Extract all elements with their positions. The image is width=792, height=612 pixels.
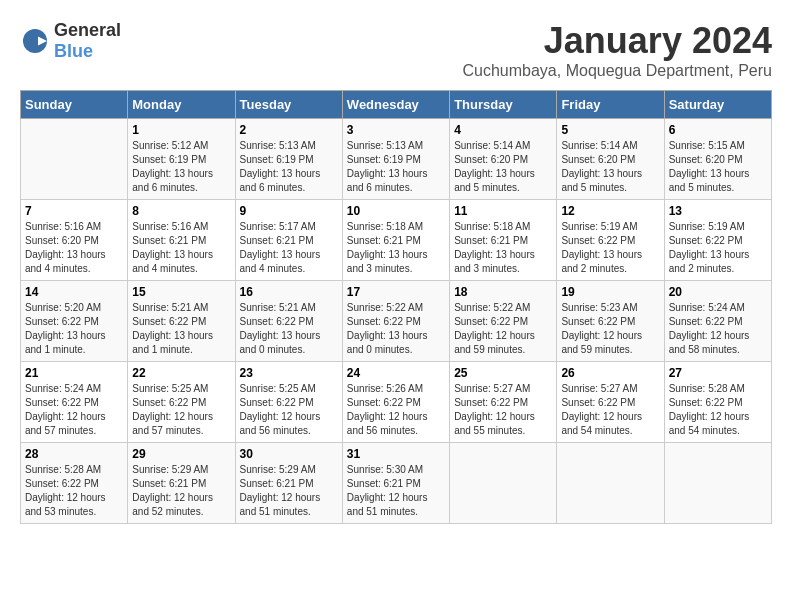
- day-info: Sunrise: 5:16 AMSunset: 6:20 PMDaylight:…: [25, 221, 106, 274]
- day-number: 21: [25, 366, 123, 380]
- day-info: Sunrise: 5:24 AMSunset: 6:22 PMDaylight:…: [669, 302, 750, 355]
- day-number: 23: [240, 366, 338, 380]
- day-header-tuesday: Tuesday: [235, 91, 342, 119]
- day-cell: 17 Sunrise: 5:22 AMSunset: 6:22 PMDaylig…: [342, 281, 449, 362]
- day-number: 15: [132, 285, 230, 299]
- day-info: Sunrise: 5:13 AMSunset: 6:19 PMDaylight:…: [240, 140, 321, 193]
- day-cell: [21, 119, 128, 200]
- week-row-3: 14 Sunrise: 5:20 AMSunset: 6:22 PMDaylig…: [21, 281, 772, 362]
- day-number: 19: [561, 285, 659, 299]
- day-number: 13: [669, 204, 767, 218]
- day-number: 9: [240, 204, 338, 218]
- day-cell: 13 Sunrise: 5:19 AMSunset: 6:22 PMDaylig…: [664, 200, 771, 281]
- day-info: Sunrise: 5:16 AMSunset: 6:21 PMDaylight:…: [132, 221, 213, 274]
- logo-icon: [20, 26, 50, 56]
- week-row-4: 21 Sunrise: 5:24 AMSunset: 6:22 PMDaylig…: [21, 362, 772, 443]
- day-number: 30: [240, 447, 338, 461]
- week-row-2: 7 Sunrise: 5:16 AMSunset: 6:20 PMDayligh…: [21, 200, 772, 281]
- day-number: 8: [132, 204, 230, 218]
- day-cell: 24 Sunrise: 5:26 AMSunset: 6:22 PMDaylig…: [342, 362, 449, 443]
- day-info: Sunrise: 5:15 AMSunset: 6:20 PMDaylight:…: [669, 140, 750, 193]
- day-number: 27: [669, 366, 767, 380]
- day-number: 16: [240, 285, 338, 299]
- day-info: Sunrise: 5:21 AMSunset: 6:22 PMDaylight:…: [132, 302, 213, 355]
- day-cell: 19 Sunrise: 5:23 AMSunset: 6:22 PMDaylig…: [557, 281, 664, 362]
- month-title: January 2024: [462, 20, 772, 62]
- day-cell: 26 Sunrise: 5:27 AMSunset: 6:22 PMDaylig…: [557, 362, 664, 443]
- day-cell: 16 Sunrise: 5:21 AMSunset: 6:22 PMDaylig…: [235, 281, 342, 362]
- day-info: Sunrise: 5:22 AMSunset: 6:22 PMDaylight:…: [454, 302, 535, 355]
- day-cell: 29 Sunrise: 5:29 AMSunset: 6:21 PMDaylig…: [128, 443, 235, 524]
- day-info: Sunrise: 5:27 AMSunset: 6:22 PMDaylight:…: [454, 383, 535, 436]
- day-number: 7: [25, 204, 123, 218]
- day-number: 11: [454, 204, 552, 218]
- day-number: 31: [347, 447, 445, 461]
- day-cell: 12 Sunrise: 5:19 AMSunset: 6:22 PMDaylig…: [557, 200, 664, 281]
- day-info: Sunrise: 5:19 AMSunset: 6:22 PMDaylight:…: [669, 221, 750, 274]
- day-info: Sunrise: 5:30 AMSunset: 6:21 PMDaylight:…: [347, 464, 428, 517]
- day-cell: 4 Sunrise: 5:14 AMSunset: 6:20 PMDayligh…: [450, 119, 557, 200]
- day-cell: 2 Sunrise: 5:13 AMSunset: 6:19 PMDayligh…: [235, 119, 342, 200]
- day-info: Sunrise: 5:29 AMSunset: 6:21 PMDaylight:…: [132, 464, 213, 517]
- day-info: Sunrise: 5:28 AMSunset: 6:22 PMDaylight:…: [25, 464, 106, 517]
- day-number: 28: [25, 447, 123, 461]
- day-info: Sunrise: 5:14 AMSunset: 6:20 PMDaylight:…: [561, 140, 642, 193]
- day-info: Sunrise: 5:29 AMSunset: 6:21 PMDaylight:…: [240, 464, 321, 517]
- day-header-sunday: Sunday: [21, 91, 128, 119]
- day-cell: 22 Sunrise: 5:25 AMSunset: 6:22 PMDaylig…: [128, 362, 235, 443]
- day-info: Sunrise: 5:19 AMSunset: 6:22 PMDaylight:…: [561, 221, 642, 274]
- day-number: 17: [347, 285, 445, 299]
- calendar-table: SundayMondayTuesdayWednesdayThursdayFrid…: [20, 90, 772, 524]
- day-cell: 28 Sunrise: 5:28 AMSunset: 6:22 PMDaylig…: [21, 443, 128, 524]
- day-cell: 5 Sunrise: 5:14 AMSunset: 6:20 PMDayligh…: [557, 119, 664, 200]
- day-info: Sunrise: 5:12 AMSunset: 6:19 PMDaylight:…: [132, 140, 213, 193]
- day-info: Sunrise: 5:23 AMSunset: 6:22 PMDaylight:…: [561, 302, 642, 355]
- day-number: 22: [132, 366, 230, 380]
- day-header-thursday: Thursday: [450, 91, 557, 119]
- day-cell: [664, 443, 771, 524]
- day-cell: 10 Sunrise: 5:18 AMSunset: 6:21 PMDaylig…: [342, 200, 449, 281]
- day-cell: 11 Sunrise: 5:18 AMSunset: 6:21 PMDaylig…: [450, 200, 557, 281]
- day-cell: [450, 443, 557, 524]
- day-cell: [557, 443, 664, 524]
- logo-general-text: General: [54, 20, 121, 40]
- day-number: 4: [454, 123, 552, 137]
- day-cell: 30 Sunrise: 5:29 AMSunset: 6:21 PMDaylig…: [235, 443, 342, 524]
- logo: General Blue: [20, 20, 121, 62]
- day-header-saturday: Saturday: [664, 91, 771, 119]
- day-cell: 15 Sunrise: 5:21 AMSunset: 6:22 PMDaylig…: [128, 281, 235, 362]
- day-info: Sunrise: 5:20 AMSunset: 6:22 PMDaylight:…: [25, 302, 106, 355]
- day-cell: 21 Sunrise: 5:24 AMSunset: 6:22 PMDaylig…: [21, 362, 128, 443]
- day-cell: 27 Sunrise: 5:28 AMSunset: 6:22 PMDaylig…: [664, 362, 771, 443]
- day-info: Sunrise: 5:28 AMSunset: 6:22 PMDaylight:…: [669, 383, 750, 436]
- day-number: 26: [561, 366, 659, 380]
- day-info: Sunrise: 5:27 AMSunset: 6:22 PMDaylight:…: [561, 383, 642, 436]
- day-info: Sunrise: 5:13 AMSunset: 6:19 PMDaylight:…: [347, 140, 428, 193]
- day-cell: 14 Sunrise: 5:20 AMSunset: 6:22 PMDaylig…: [21, 281, 128, 362]
- day-number: 12: [561, 204, 659, 218]
- day-cell: 23 Sunrise: 5:25 AMSunset: 6:22 PMDaylig…: [235, 362, 342, 443]
- day-info: Sunrise: 5:25 AMSunset: 6:22 PMDaylight:…: [132, 383, 213, 436]
- day-info: Sunrise: 5:14 AMSunset: 6:20 PMDaylight:…: [454, 140, 535, 193]
- day-cell: 1 Sunrise: 5:12 AMSunset: 6:19 PMDayligh…: [128, 119, 235, 200]
- day-info: Sunrise: 5:25 AMSunset: 6:22 PMDaylight:…: [240, 383, 321, 436]
- header: General Blue January 2024 Cuchumbaya, Mo…: [20, 20, 772, 80]
- day-cell: 20 Sunrise: 5:24 AMSunset: 6:22 PMDaylig…: [664, 281, 771, 362]
- day-cell: 7 Sunrise: 5:16 AMSunset: 6:20 PMDayligh…: [21, 200, 128, 281]
- location-title: Cuchumbaya, Moquegua Department, Peru: [462, 62, 772, 80]
- day-number: 1: [132, 123, 230, 137]
- title-area: January 2024 Cuchumbaya, Moquegua Depart…: [462, 20, 772, 80]
- day-header-monday: Monday: [128, 91, 235, 119]
- day-cell: 6 Sunrise: 5:15 AMSunset: 6:20 PMDayligh…: [664, 119, 771, 200]
- day-header-wednesday: Wednesday: [342, 91, 449, 119]
- day-number: 10: [347, 204, 445, 218]
- day-number: 20: [669, 285, 767, 299]
- day-cell: 8 Sunrise: 5:16 AMSunset: 6:21 PMDayligh…: [128, 200, 235, 281]
- day-number: 3: [347, 123, 445, 137]
- day-number: 29: [132, 447, 230, 461]
- day-info: Sunrise: 5:22 AMSunset: 6:22 PMDaylight:…: [347, 302, 428, 355]
- week-row-5: 28 Sunrise: 5:28 AMSunset: 6:22 PMDaylig…: [21, 443, 772, 524]
- day-number: 24: [347, 366, 445, 380]
- day-number: 18: [454, 285, 552, 299]
- day-number: 25: [454, 366, 552, 380]
